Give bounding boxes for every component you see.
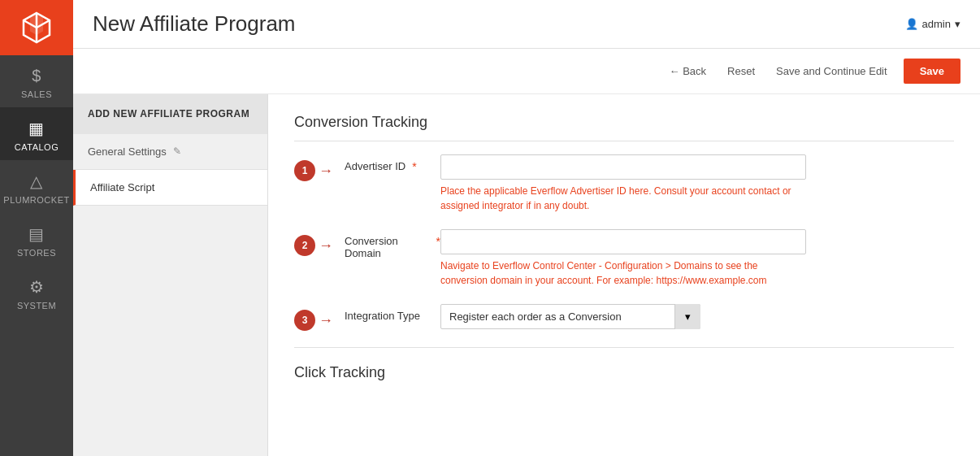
back-button[interactable]: ← Back — [665, 62, 712, 80]
step-1-arrow-icon: → — [319, 163, 333, 178]
sidebar-item-sales[interactable]: $ SALES — [0, 55, 73, 107]
integration-type-select[interactable]: Register each order as a Conversion — [440, 304, 700, 329]
page-title: New Affiliate Program — [93, 11, 296, 37]
integration-type-input-area: Register each order as a Conversion ▾ — [440, 304, 806, 329]
sidebar-item-system[interactable]: ⚙ SYSTEM — [0, 266, 73, 319]
reset-button[interactable]: Reset — [722, 62, 760, 80]
left-panel-header: ADD NEW AFFILIATE PROGRAM — [73, 94, 267, 134]
admin-menu[interactable]: 👤 admin ▾ — [905, 18, 960, 30]
sidebar-item-stores[interactable]: ▤ STORES — [0, 213, 73, 266]
step-2-badge: 2 — [294, 235, 315, 256]
toolbar: ← Back Reset Save and Continue Edit Save — [73, 49, 980, 94]
advertiser-id-input-area: Place the applicable Everflow Advertiser… — [440, 154, 806, 213]
advertiser-id-input[interactable] — [440, 154, 806, 180]
save-continue-button[interactable]: Save and Continue Edit — [771, 62, 892, 80]
conversion-domain-row: 2 → Conversion Domain * Navigate to Ever… — [294, 229, 954, 288]
integration-type-select-wrapper: Register each order as a Conversion ▾ — [440, 304, 700, 329]
right-panel: Conversion Tracking 1 → Advertiser ID * … — [268, 94, 980, 456]
admin-caret-icon: ▾ — [955, 18, 960, 30]
step-3-arrow-icon: → — [319, 313, 333, 328]
magento-logo-icon — [19, 10, 54, 46]
step-2-arrow-icon: → — [319, 238, 333, 253]
edit-icon: ✎ — [173, 145, 181, 157]
dollar-icon: $ — [32, 67, 41, 85]
conversion-domain-label-area: 2 → Conversion Domain * — [294, 229, 440, 259]
left-panel-item-affiliate-script[interactable]: Affiliate Script — [73, 170, 267, 206]
system-icon: ⚙ — [29, 277, 45, 297]
sidebar-label-sales: SALES — [21, 89, 52, 99]
content-area: ADD NEW AFFILIATE PROGRAM General Settin… — [73, 94, 980, 456]
plumrocket-icon: △ — [30, 172, 43, 191]
integration-type-row: 3 → Integration Type Register each order… — [294, 304, 954, 331]
affiliate-script-label: Affiliate Script — [90, 181, 154, 193]
app-logo — [0, 0, 73, 55]
sidebar-label-catalog: CATALOG — [15, 142, 59, 152]
click-tracking-title: Click Tracking — [294, 347, 954, 381]
sidebar-label-system: SYSTEM — [17, 301, 56, 311]
stores-icon: ▤ — [28, 224, 45, 244]
general-settings-label: General Settings — [88, 145, 167, 158]
sidebar-label-plumrocket: PLUMROCKET — [3, 195, 69, 205]
step-2-indicator: 2 → — [294, 235, 333, 256]
page-header: New Affiliate Program 👤 admin ▾ — [73, 0, 980, 49]
left-panel-item-general[interactable]: General Settings ✎ — [73, 134, 267, 170]
step-1-indicator: 1 → — [294, 160, 333, 181]
admin-person-icon: 👤 — [905, 18, 918, 30]
catalog-icon: ▦ — [28, 119, 45, 138]
sidebar: $ SALES ▦ CATALOG △ PLUMROCKET ▤ STORES … — [0, 0, 73, 456]
left-panel: ADD NEW AFFILIATE PROGRAM General Settin… — [73, 94, 268, 456]
conversion-tracking-title: Conversion Tracking — [294, 114, 954, 141]
advertiser-id-required: * — [412, 160, 416, 173]
conversion-domain-label: Conversion Domain — [345, 235, 430, 259]
conversion-domain-input-area: Navigate to Everflow Control Center - Co… — [440, 229, 806, 288]
save-button[interactable]: Save — [904, 59, 960, 84]
sidebar-item-catalog[interactable]: ▦ CATALOG — [0, 107, 73, 160]
advertiser-id-label-area: 1 → Advertiser ID * — [294, 154, 440, 181]
integration-type-label: Integration Type — [345, 310, 420, 322]
header-right: 👤 admin ▾ — [905, 18, 960, 30]
step-3-badge: 3 — [294, 310, 315, 331]
advertiser-id-row: 1 → Advertiser ID * Place the applicable… — [294, 154, 954, 213]
step-1-badge: 1 — [294, 160, 315, 181]
conversion-domain-hint: Navigate to Everflow Control Center - Co… — [440, 258, 806, 288]
admin-name: admin — [922, 18, 951, 30]
sidebar-label-stores: STORES — [17, 248, 56, 258]
advertiser-id-label: Advertiser ID — [345, 160, 405, 172]
advertiser-id-hint: Place the applicable Everflow Advertiser… — [440, 184, 806, 213]
conversion-domain-input[interactable] — [440, 229, 806, 254]
main-area: New Affiliate Program 👤 admin ▾ ← Back R… — [73, 0, 980, 456]
step-3-indicator: 3 → — [294, 310, 333, 331]
sidebar-item-plumrocket[interactable]: △ PLUMROCKET — [0, 160, 73, 213]
integration-type-label-area: 3 → Integration Type — [294, 304, 440, 331]
